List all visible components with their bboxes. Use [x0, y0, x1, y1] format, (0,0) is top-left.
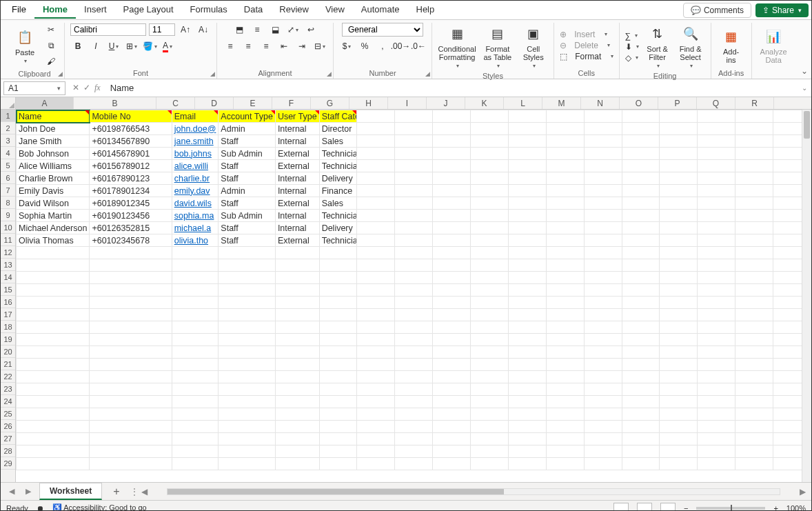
cell-I19[interactable] — [433, 334, 471, 346]
cell-J7[interactable] — [471, 185, 509, 197]
row-header-8[interactable]: 8 — [1, 197, 15, 209]
cell-G21[interactable] — [357, 359, 395, 371]
cell-G11[interactable] — [357, 234, 395, 247]
cell-D20[interactable] — [219, 346, 276, 359]
cell-C24[interactable] — [172, 396, 219, 408]
cell-I6[interactable] — [433, 172, 471, 185]
cell-I1[interactable] — [433, 110, 471, 123]
cell-Q7[interactable] — [735, 185, 773, 197]
cell-H17[interactable] — [395, 309, 433, 321]
cell-G1[interactable] — [357, 110, 395, 123]
cell-O9[interactable] — [660, 210, 698, 222]
add-sheet-button[interactable]: + — [108, 485, 125, 498]
cell-G16[interactable] — [357, 297, 395, 309]
name-box[interactable]: A1 ▾ — [3, 81, 65, 95]
cell-I24[interactable] — [433, 396, 471, 408]
align-center-button[interactable]: ≡ — [241, 39, 256, 53]
row-header-15[interactable]: 15 — [1, 283, 15, 296]
cell-O25[interactable] — [660, 408, 698, 421]
cell-D10[interactable]: Staff — [219, 222, 276, 234]
decrease-font-button[interactable]: A↓ — [196, 23, 211, 37]
expand-formula-bar-button[interactable]: ⌄ — [798, 84, 811, 92]
cell-A24[interactable] — [17, 396, 90, 408]
cell-P26[interactable] — [698, 421, 735, 433]
cell-B8[interactable]: +60189012345 — [90, 197, 172, 210]
cell-O24[interactable] — [660, 396, 698, 408]
cell-K11[interactable] — [508, 234, 546, 247]
cell-P25[interactable] — [698, 408, 735, 421]
cell-O13[interactable] — [660, 259, 698, 272]
cell-K20[interactable] — [508, 346, 546, 359]
cell-H29[interactable] — [395, 458, 433, 470]
cell-C29[interactable] — [172, 458, 219, 470]
cell-G23[interactable] — [357, 383, 395, 396]
cell-P17[interactable] — [698, 309, 735, 321]
cell-L8[interactable] — [546, 197, 584, 210]
cell-P24[interactable] — [698, 396, 735, 408]
cell-G14[interactable] — [357, 272, 395, 284]
cell-N18[interactable] — [622, 321, 660, 334]
cell-B22[interactable] — [90, 371, 172, 383]
cell-N3[interactable] — [622, 135, 660, 148]
cell-F29[interactable] — [319, 458, 357, 470]
fill-color-button[interactable]: 🪣▾ — [142, 39, 157, 53]
cell-N4[interactable] — [622, 148, 660, 160]
cell-N15[interactable] — [622, 284, 660, 297]
cell-J21[interactable] — [471, 359, 509, 371]
cell-D17[interactable] — [219, 309, 276, 321]
cell-B11[interactable]: +60102345678 — [90, 234, 172, 247]
cell-O14[interactable] — [660, 272, 698, 284]
cell-I22[interactable] — [433, 371, 471, 383]
cell-B6[interactable]: +60167890123 — [90, 172, 172, 185]
cell-K13[interactable] — [508, 259, 546, 272]
cell-E5[interactable]: External — [275, 160, 319, 172]
cell-E17[interactable] — [275, 309, 319, 321]
cell-L14[interactable] — [546, 272, 584, 284]
cell-Q20[interactable] — [735, 346, 773, 359]
row-header-28[interactable]: 28 — [1, 445, 15, 457]
cell-F5[interactable]: Technician (Johor) — [319, 160, 357, 172]
cell-N29[interactable] — [622, 458, 660, 470]
cell-J25[interactable] — [471, 408, 509, 421]
cell-O28[interactable] — [660, 445, 698, 458]
cell-I4[interactable] — [433, 148, 471, 160]
cell-G5[interactable] — [357, 160, 395, 172]
cell-N13[interactable] — [622, 259, 660, 272]
cell-J12[interactable] — [471, 247, 509, 259]
cell-N20[interactable] — [622, 346, 660, 359]
cell-Q3[interactable] — [735, 135, 773, 148]
cell-E21[interactable] — [275, 359, 319, 371]
cell-M5[interactable] — [584, 160, 622, 172]
comma-format-button[interactable]: , — [375, 39, 390, 53]
cell-A22[interactable] — [17, 371, 90, 383]
cell-M21[interactable] — [584, 359, 622, 371]
cell-G3[interactable] — [357, 135, 395, 148]
cell-O19[interactable] — [660, 334, 698, 346]
cell-L19[interactable] — [546, 334, 584, 346]
cell-J11[interactable] — [471, 234, 509, 247]
cell-D4[interactable]: Sub Admin — [219, 148, 276, 160]
cell-L5[interactable] — [546, 160, 584, 172]
cell-E13[interactable] — [275, 259, 319, 272]
cell-A9[interactable]: Sophia Martin — [17, 210, 90, 222]
cell-J14[interactable] — [471, 272, 509, 284]
cell-J22[interactable] — [471, 371, 509, 383]
cell-D5[interactable]: Staff — [219, 160, 276, 172]
cell-K19[interactable] — [508, 334, 546, 346]
cell-P10[interactable] — [698, 222, 735, 234]
font-color-button[interactable]: A▾ — [160, 39, 175, 53]
find-select-button[interactable]: 🔍Find & Select▾ — [676, 23, 705, 70]
cell-I15[interactable] — [433, 284, 471, 297]
column-header-K[interactable]: K — [465, 97, 504, 109]
cell-I25[interactable] — [433, 408, 471, 421]
vertical-scrollbar[interactable] — [802, 110, 811, 482]
cell-I7[interactable] — [433, 185, 471, 197]
cell-Q10[interactable] — [735, 222, 773, 234]
cell-P1[interactable] — [698, 110, 735, 123]
row-header-26[interactable]: 26 — [1, 420, 15, 432]
align-left-button[interactable]: ≡ — [223, 39, 238, 53]
cell-J17[interactable] — [471, 309, 509, 321]
cell-Q25[interactable] — [735, 408, 773, 421]
cell-I21[interactable] — [433, 359, 471, 371]
increase-font-button[interactable]: A↑ — [178, 23, 193, 37]
